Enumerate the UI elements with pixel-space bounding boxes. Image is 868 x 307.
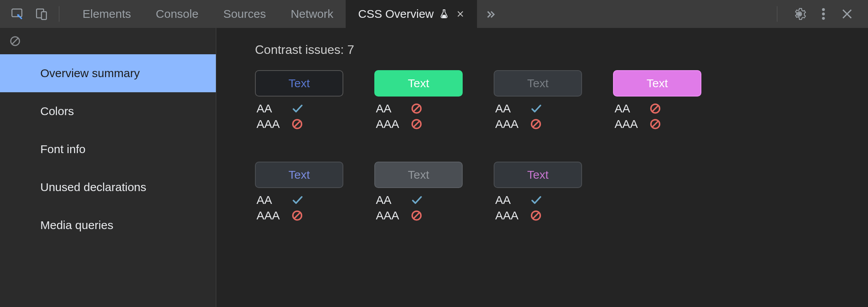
section-title: Contrast issues: 7 <box>255 43 829 57</box>
kebab-menu-icon[interactable] <box>822 7 825 21</box>
contrast-swatch-grid: TextAAAAATextAAAAATextAAAAATextAAAAAText… <box>255 70 759 222</box>
rating-row-aa: AA <box>376 193 463 207</box>
ban-icon <box>291 118 303 130</box>
rating-row-aaa: AAA <box>376 117 463 131</box>
contrast-ratings: AAAAA <box>494 102 582 131</box>
ban-icon <box>411 118 422 130</box>
tab-console[interactable]: Console <box>143 0 211 28</box>
divider <box>777 6 777 22</box>
ban-icon <box>291 210 303 221</box>
contrast-ratings: AAAAA <box>613 102 701 131</box>
color-swatch[interactable]: Text <box>494 162 582 188</box>
close-tab-icon[interactable] <box>456 10 465 18</box>
content-pane: Contrast issues: 7 TextAAAAATextAAAAATex… <box>216 28 868 307</box>
tabstrip-right-tools <box>762 0 868 28</box>
rating-row-aa: AA <box>495 193 582 207</box>
sidebar-nav-list: Overview summaryColorsFont infoUnused de… <box>0 54 216 244</box>
rating-row-aa: AA <box>376 102 463 115</box>
contrast-swatch: TextAAAAA <box>255 162 343 222</box>
rating-row-aaa: AAA <box>376 209 463 222</box>
svg-rect-2 <box>41 12 46 19</box>
tab-label: CSS Overview <box>358 7 434 21</box>
contrast-swatch: TextAAAAA <box>494 162 582 222</box>
rating-label: AAA <box>376 117 411 131</box>
tabs-container: ElementsConsoleSourcesNetwork <box>70 0 346 28</box>
tab-sources[interactable]: Sources <box>211 0 278 28</box>
rating-row-aa: AA <box>257 102 343 115</box>
color-swatch[interactable]: Text <box>255 162 343 188</box>
rating-label: AA <box>495 102 530 115</box>
rating-label: AA <box>495 193 530 207</box>
ban-icon <box>411 210 422 221</box>
ban-icon <box>530 210 542 221</box>
sidebar-item-colors[interactable]: Colors <box>0 92 216 130</box>
clear-icon[interactable] <box>9 35 21 47</box>
contrast-swatch: TextAAAAA <box>255 70 343 131</box>
tab-network[interactable]: Network <box>278 0 346 28</box>
rating-row-aaa: AAA <box>615 117 701 131</box>
ban-icon <box>649 103 661 114</box>
check-icon <box>411 194 423 206</box>
rating-label: AA <box>376 193 411 207</box>
sidebar-item-unused-declarations[interactable]: Unused declarations <box>0 168 216 206</box>
device-toggle-icon[interactable] <box>35 7 48 21</box>
rating-row-aa: AA <box>495 102 582 115</box>
rating-label: AA <box>257 193 291 207</box>
rating-label: AA <box>376 102 411 115</box>
svg-point-6 <box>822 17 825 20</box>
color-swatch[interactable]: Text <box>613 70 701 97</box>
svg-point-5 <box>822 12 825 15</box>
tabstrip-left-tools <box>0 0 70 28</box>
svg-point-3 <box>798 12 801 16</box>
contrast-ratings: AAAAA <box>255 193 343 222</box>
sidebar-item-font-info[interactable]: Font info <box>0 130 216 168</box>
tab-css-overview[interactable]: CSS Overview <box>346 0 477 28</box>
rating-row-aaa: AAA <box>257 209 343 222</box>
contrast-swatch: TextAAAAA <box>374 162 463 222</box>
svg-rect-0 <box>12 9 22 17</box>
contrast-ratings: AAAAA <box>494 193 582 222</box>
inspect-element-icon[interactable] <box>11 7 24 21</box>
color-swatch[interactable]: Text <box>374 70 463 97</box>
rating-row-aaa: AAA <box>495 117 582 131</box>
ban-icon <box>530 118 542 130</box>
color-swatch[interactable]: Text <box>255 70 343 97</box>
svg-point-4 <box>822 8 825 11</box>
sidebar-toolbar <box>0 28 216 54</box>
contrast-ratings: AAAAA <box>374 193 463 222</box>
rating-label: AAA <box>615 117 649 131</box>
check-icon <box>530 102 542 115</box>
ban-icon <box>411 103 422 114</box>
tab-elements[interactable]: Elements <box>70 0 143 28</box>
rating-label: AA <box>257 102 291 115</box>
flask-icon <box>439 9 449 19</box>
rating-label: AAA <box>495 117 530 131</box>
main-area: Overview summaryColorsFont infoUnused de… <box>0 28 868 307</box>
check-icon <box>291 102 304 115</box>
ban-icon <box>649 118 661 130</box>
rating-label: AA <box>615 102 649 115</box>
rating-label: AAA <box>257 117 291 131</box>
rating-row-aaa: AAA <box>495 209 582 222</box>
close-devtools-icon[interactable] <box>841 8 853 20</box>
rating-label: AAA <box>495 209 530 222</box>
contrast-ratings: AAAAA <box>255 102 343 131</box>
contrast-swatch: TextAAAAA <box>374 70 463 131</box>
color-swatch[interactable]: Text <box>374 162 463 188</box>
rating-row-aa: AA <box>615 102 701 115</box>
sidebar-item-media-queries[interactable]: Media queries <box>0 206 216 244</box>
check-icon <box>530 194 542 206</box>
rating-row-aa: AA <box>257 193 343 207</box>
check-icon <box>291 194 304 206</box>
devtools-tabstrip: ElementsConsoleSourcesNetwork CSS Overvi… <box>0 0 868 28</box>
gear-icon[interactable] <box>793 7 806 21</box>
sidebar-item-overview-summary[interactable]: Overview summary <box>0 54 216 92</box>
contrast-ratings: AAAAA <box>374 102 463 131</box>
color-swatch[interactable]: Text <box>494 70 582 97</box>
contrast-swatch: TextAAAAA <box>613 70 701 131</box>
tabs-overflow-icon[interactable] <box>477 0 504 28</box>
rating-label: AAA <box>257 209 291 222</box>
rating-label: AAA <box>376 209 411 222</box>
css-overview-sidebar: Overview summaryColorsFont infoUnused de… <box>0 28 216 307</box>
contrast-swatch: TextAAAAA <box>494 70 582 131</box>
